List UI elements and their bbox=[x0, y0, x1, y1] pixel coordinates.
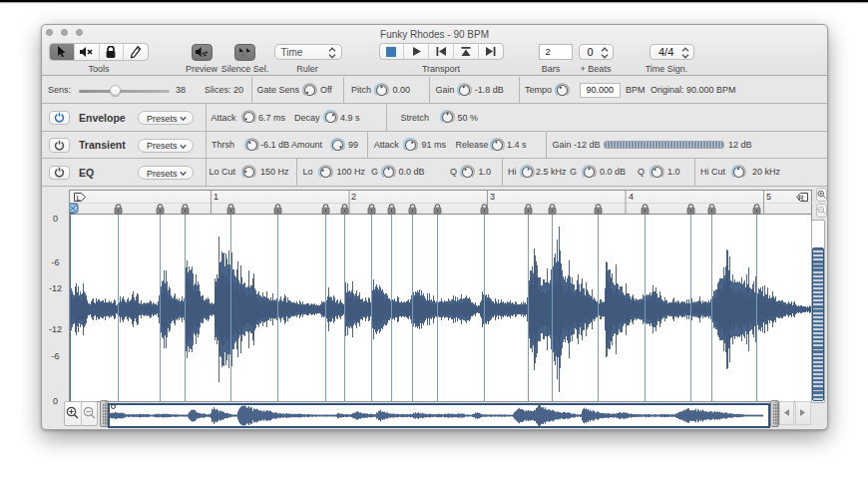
svg-text:2: 2 bbox=[351, 192, 356, 202]
svg-text:5: 5 bbox=[766, 192, 771, 202]
svg-text:1: 1 bbox=[214, 192, 218, 202]
svg-text:3: 3 bbox=[490, 192, 495, 202]
svg-text:L: L bbox=[76, 193, 81, 202]
svg-text:4: 4 bbox=[629, 192, 634, 202]
svg-text:R: R bbox=[798, 193, 804, 202]
